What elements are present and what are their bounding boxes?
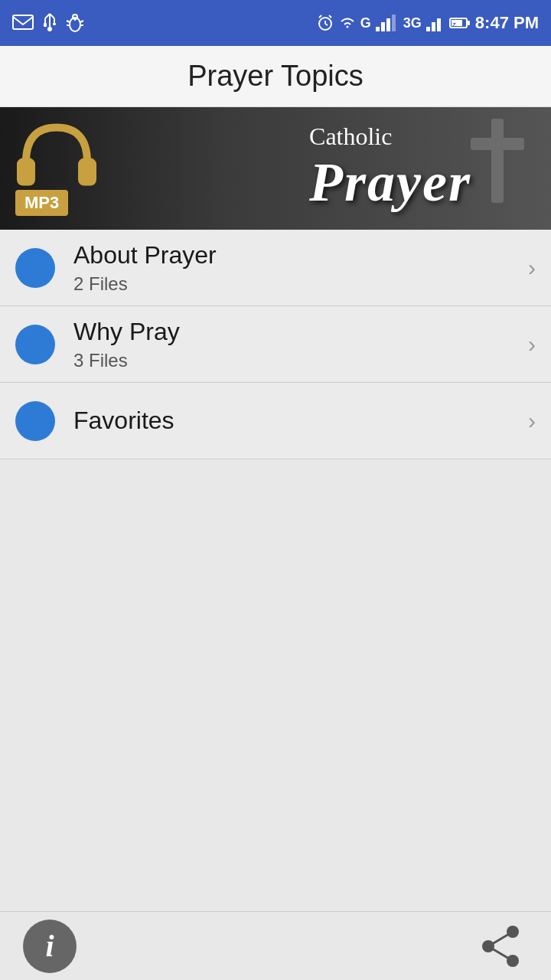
why-pray-subtitle: 3 Files — [73, 350, 520, 371]
about-prayer-text: About Prayer 2 Files — [73, 240, 520, 294]
svg-rect-27 — [437, 18, 441, 31]
svg-rect-35 — [471, 138, 524, 150]
page-header: Prayer Topics — [0, 46, 551, 107]
svg-point-2 — [47, 27, 52, 31]
status-bar: G 3G Z 8:47 PM — [0, 0, 551, 46]
svg-line-20 — [329, 15, 331, 18]
svg-line-12 — [80, 21, 83, 22]
alarm-icon — [316, 14, 334, 32]
topics-list: About Prayer 2 Files › Why Pray 3 Files … — [0, 230, 551, 459]
status-left-icons — [12, 12, 84, 34]
battery-icon: Z — [449, 16, 471, 30]
usb-icon — [41, 12, 58, 34]
signal-label: 3G — [403, 15, 422, 31]
svg-rect-8 — [53, 23, 56, 25]
favorites-title: Favorites — [73, 406, 520, 435]
content-area — [0, 459, 551, 911]
svg-rect-24 — [392, 15, 396, 31]
favorites-text: Favorites — [73, 406, 520, 435]
svg-rect-0 — [13, 15, 33, 29]
signal-bars-icon — [426, 15, 445, 31]
list-item-favorites[interactable]: Favorites › — [0, 383, 551, 459]
favorites-chevron: › — [528, 408, 536, 434]
cross-icon — [467, 115, 528, 207]
why-pray-text: Why Pray 3 Files — [73, 317, 520, 371]
3g-signal-icon — [376, 15, 399, 31]
svg-line-18 — [325, 24, 328, 25]
list-item-about-prayer[interactable]: About Prayer 2 Files › — [0, 230, 551, 306]
banner-text: Catholic Prayer — [168, 107, 551, 230]
svg-rect-21 — [376, 27, 380, 31]
page-title: Prayer Topics — [187, 60, 364, 93]
svg-text:Z: Z — [452, 21, 456, 28]
mp3-label: MP3 — [15, 190, 68, 216]
status-right-icons: G 3G Z 8:47 PM — [316, 13, 539, 33]
about-prayer-title: About Prayer — [73, 240, 520, 270]
svg-line-39 — [488, 932, 513, 946]
svg-rect-33 — [78, 158, 96, 186]
favorites-icon — [15, 401, 55, 441]
svg-rect-23 — [386, 18, 390, 31]
prayer-label: Prayer — [309, 151, 471, 214]
bug-icon — [66, 13, 84, 33]
svg-rect-25 — [426, 27, 430, 31]
catholic-label: Catholic — [309, 122, 392, 151]
svg-rect-34 — [491, 119, 504, 203]
share-button[interactable] — [474, 920, 528, 973]
about-prayer-subtitle: 2 Files — [73, 273, 520, 295]
time-display: 8:47 PM — [475, 13, 539, 33]
svg-rect-30 — [468, 21, 470, 25]
info-label: i — [45, 928, 54, 964]
g-signal-text: G — [360, 15, 371, 31]
why-pray-chevron: › — [528, 332, 536, 358]
svg-rect-26 — [432, 22, 435, 31]
share-icon — [479, 924, 523, 969]
svg-line-19 — [319, 15, 321, 18]
message-icon — [12, 15, 34, 31]
svg-rect-22 — [381, 22, 385, 31]
about-prayer-icon — [15, 248, 55, 288]
info-button[interactable]: i — [23, 920, 77, 973]
svg-rect-7 — [44, 23, 47, 27]
wifi-icon — [339, 16, 356, 30]
bottom-bar: i — [0, 911, 551, 980]
svg-line-10 — [67, 21, 70, 22]
list-item-why-pray[interactable]: Why Pray 3 Files › — [0, 306, 551, 383]
why-pray-icon — [15, 325, 55, 364]
why-pray-title: Why Pray — [73, 317, 520, 346]
about-prayer-chevron: › — [528, 255, 536, 281]
svg-rect-32 — [17, 158, 35, 186]
svg-line-40 — [488, 946, 513, 961]
banner: MP3 Catholic Prayer — [0, 107, 551, 230]
